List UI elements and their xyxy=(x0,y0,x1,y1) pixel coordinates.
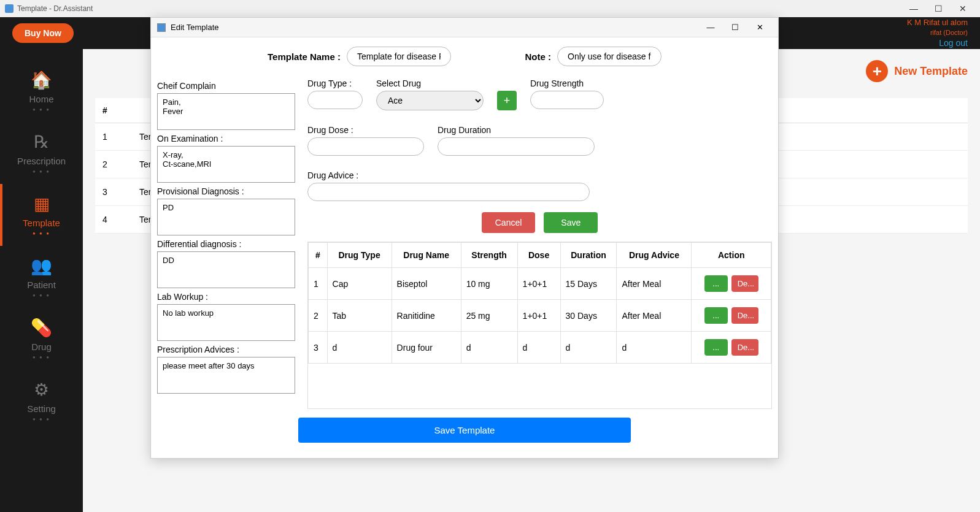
presc-advice-input[interactable]: please meet after 30 days xyxy=(157,357,295,394)
lab-workup-label: Lab Workup : xyxy=(157,292,295,302)
logout-link[interactable]: Log out xyxy=(907,37,968,48)
sidebar-item-patient[interactable]: 👥 Patient ● ● ● xyxy=(0,246,83,308)
modal-titlebar: Edit Template — ☐ ✕ xyxy=(151,18,778,37)
col-advice: Drug Advice xyxy=(617,243,692,268)
drug-duration-input[interactable] xyxy=(438,137,595,156)
modal-title: Edit Template xyxy=(171,23,219,32)
patient-icon: 👥 xyxy=(31,256,52,276)
modal-minimize-button[interactable]: — xyxy=(698,18,723,37)
buy-now-button[interactable]: Buy Now xyxy=(12,23,74,43)
sidebar-item-label: Home xyxy=(29,94,53,104)
save-template-button[interactable]: Save Template xyxy=(298,418,631,443)
user-info: K M Rifat ul alom rifat (Doctor) Log out xyxy=(907,18,968,48)
template-icon: ▦ xyxy=(34,194,50,214)
chief-complain-label: Cheif Complain xyxy=(157,81,295,91)
new-template-button[interactable]: + New Template xyxy=(866,60,968,82)
col-action: Action xyxy=(692,243,771,268)
sidebar-item-template[interactable]: ▦ Template ● ● ● xyxy=(0,184,83,246)
new-template-label: New Template xyxy=(894,65,968,78)
diff-diag-label: Differential diagnosis : xyxy=(157,239,295,249)
col-drug-type: Drug Type xyxy=(327,243,392,268)
drug-type-input[interactable] xyxy=(307,91,363,109)
sidebar-item-label: Drug xyxy=(31,342,52,352)
sidebar-item-label: Prescription xyxy=(17,156,66,166)
edit-row-button[interactable]: ... xyxy=(704,307,728,324)
sidebar-item-label: Template xyxy=(23,218,60,228)
plus-icon: + xyxy=(866,60,888,82)
note-input[interactable] xyxy=(557,47,662,66)
user-name: K M Rifat ul alom xyxy=(907,18,968,28)
col-dose: Dose xyxy=(517,243,560,268)
drug-advice-label: Drug Advice : xyxy=(307,170,590,180)
drug-icon: 💊 xyxy=(31,318,52,338)
col-num: # xyxy=(309,243,328,268)
prescription-icon: ℞ xyxy=(34,132,49,152)
modal-maximize-button[interactable]: ☐ xyxy=(723,18,747,37)
template-name-input[interactable] xyxy=(347,47,451,66)
modal-icon xyxy=(157,23,166,32)
drug-type-label: Drug Type : xyxy=(307,78,363,88)
table-row: 1 Cap Biseptol 10 mg 1+0+1 15 Days After… xyxy=(309,268,771,300)
list-header-num: # xyxy=(95,98,132,123)
delete-row-button[interactable]: De... xyxy=(731,339,758,356)
app-icon xyxy=(5,4,14,13)
edit-row-button[interactable]: ... xyxy=(704,275,728,292)
maximize-button[interactable]: ☐ xyxy=(926,0,951,17)
sidebar-item-label: Setting xyxy=(27,403,56,414)
delete-row-button[interactable]: De... xyxy=(731,275,758,292)
chief-complain-input[interactable]: Pain, Fever xyxy=(157,93,295,130)
sidebar-item-setting[interactable]: ⚙ Setting ● ● ● xyxy=(0,370,83,432)
close-button[interactable]: ✕ xyxy=(951,0,975,17)
window-title: Template - Dr.Assistant xyxy=(17,4,93,13)
prov-diag-label: Provisional Diagnosis : xyxy=(157,186,295,196)
delete-row-button[interactable]: De... xyxy=(731,307,758,324)
col-strength: Strength xyxy=(461,243,517,268)
select-drug-label: Select Drug xyxy=(376,78,484,88)
modal-close-button[interactable]: ✕ xyxy=(747,18,772,37)
note-label: Note : xyxy=(525,52,552,62)
drug-duration-label: Drug Duration xyxy=(438,125,595,135)
select-drug-dropdown[interactable]: Ace xyxy=(376,91,484,110)
prov-diag-input[interactable]: PD xyxy=(157,199,295,235)
drug-dose-input[interactable] xyxy=(307,137,424,156)
on-exam-input[interactable]: X-ray, Ct-scane,MRI xyxy=(157,146,295,183)
minimize-button[interactable]: — xyxy=(901,0,926,17)
home-icon: 🏠 xyxy=(31,70,52,90)
os-titlebar: Template - Dr.Assistant — ☐ ✕ xyxy=(0,0,980,17)
drug-strength-input[interactable] xyxy=(530,91,604,109)
edit-row-button[interactable]: ... xyxy=(704,339,728,356)
lab-workup-input[interactable]: No lab workup xyxy=(157,304,295,341)
add-drug-button[interactable]: + xyxy=(497,91,517,110)
sidebar-item-drug[interactable]: 💊 Drug ● ● ● xyxy=(0,308,83,370)
user-role: rifat (Doctor) xyxy=(907,28,968,37)
drug-advice-input[interactable] xyxy=(307,183,590,201)
diff-diag-input[interactable]: DD xyxy=(157,251,295,288)
table-row: 2 Tab Ranitidine 25 mg 1+0+1 30 Days Aft… xyxy=(309,300,771,332)
save-button[interactable]: Save xyxy=(544,212,598,233)
sidebar-item-prescription[interactable]: ℞ Prescription ● ● ● xyxy=(0,122,83,184)
table-row: 3 d Drug four d d d d ... De... xyxy=(309,332,771,364)
edit-template-modal: Edit Template — ☐ ✕ Template Name : Note… xyxy=(150,17,779,459)
sidebar: 🏠 Home ● ● ● ℞ Prescription ● ● ● ▦ Temp… xyxy=(0,49,83,512)
sidebar-item-home[interactable]: 🏠 Home ● ● ● xyxy=(0,60,83,122)
drug-table: # Drug Type Drug Name Strength Dose Dura… xyxy=(307,242,772,409)
on-exam-label: On Examination : xyxy=(157,134,295,143)
presc-advice-label: Prescription Advices : xyxy=(157,345,295,354)
drug-strength-label: Drug Strength xyxy=(530,78,604,88)
sidebar-item-label: Patient xyxy=(27,280,56,290)
template-name-label: Template Name : xyxy=(268,52,341,62)
drug-dose-label: Drug Dose : xyxy=(307,125,424,135)
col-drug-name: Drug Name xyxy=(392,243,461,268)
cancel-button[interactable]: Cancel xyxy=(482,212,536,233)
col-duration: Duration xyxy=(560,243,617,268)
setting-icon: ⚙ xyxy=(34,380,49,400)
